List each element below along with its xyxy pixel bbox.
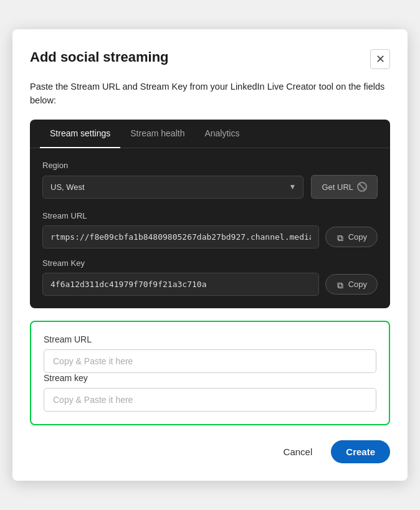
modal-header: Add social streaming ✕ xyxy=(30,49,390,69)
description-text: Paste the Stream URL and Stream Key from… xyxy=(30,80,390,108)
region-select[interactable]: US, West xyxy=(42,176,303,199)
region-group: Region US, West ▼ Get URL xyxy=(42,161,378,199)
form-stream-key-input[interactable] xyxy=(44,388,376,412)
tab-analytics[interactable]: Analytics xyxy=(194,120,249,148)
stream-key-input[interactable] xyxy=(42,273,319,296)
tabs-container: Stream settings Stream health Analytics xyxy=(30,120,390,148)
stream-key-input-row: Copy xyxy=(42,273,378,296)
get-url-label: Get URL xyxy=(322,182,353,192)
tab-stream-health[interactable]: Stream health xyxy=(120,120,194,148)
copy-icon xyxy=(336,233,345,242)
copy-icon-2 xyxy=(336,280,345,289)
copy-label-1: Copy xyxy=(348,232,367,242)
panel-content: Region US, West ▼ Get URL Strea xyxy=(30,148,390,296)
stream-url-input[interactable] xyxy=(42,225,319,248)
dark-panel: Stream settings Stream health Analytics … xyxy=(30,120,390,308)
form-section: Stream URL Stream key xyxy=(30,321,390,425)
create-button[interactable]: Create xyxy=(331,440,390,463)
form-stream-key-label: Stream key xyxy=(44,373,376,383)
stream-url-label: Stream URL xyxy=(42,211,378,220)
stream-url-group: Stream URL Copy xyxy=(42,211,378,248)
form-stream-url-group: Stream URL xyxy=(44,334,376,373)
region-row: US, West ▼ Get URL xyxy=(42,175,378,199)
no-symbol-icon xyxy=(357,182,367,192)
stream-url-input-row: Copy xyxy=(42,225,378,248)
form-stream-key-group: Stream key xyxy=(44,373,376,412)
stream-key-group: Stream Key Copy xyxy=(42,258,378,296)
close-button[interactable]: ✕ xyxy=(370,49,390,69)
modal-container: Add social streaming ✕ Paste the Stream … xyxy=(12,29,408,481)
form-stream-url-label: Stream URL xyxy=(44,334,376,344)
region-select-wrapper: US, West ▼ xyxy=(42,176,303,199)
form-stream-url-input[interactable] xyxy=(44,349,376,373)
copy-label-2: Copy xyxy=(348,280,367,289)
region-label: Region xyxy=(42,161,378,170)
stream-key-label: Stream Key xyxy=(42,258,378,268)
get-url-button[interactable]: Get URL xyxy=(311,175,378,199)
tab-stream-settings[interactable]: Stream settings xyxy=(40,120,120,148)
modal-footer: Cancel Create xyxy=(30,440,390,463)
modal-title: Add social streaming xyxy=(30,49,169,65)
cancel-button[interactable]: Cancel xyxy=(274,442,323,462)
stream-url-copy-button[interactable]: Copy xyxy=(325,227,378,247)
stream-key-copy-button[interactable]: Copy xyxy=(325,274,378,295)
